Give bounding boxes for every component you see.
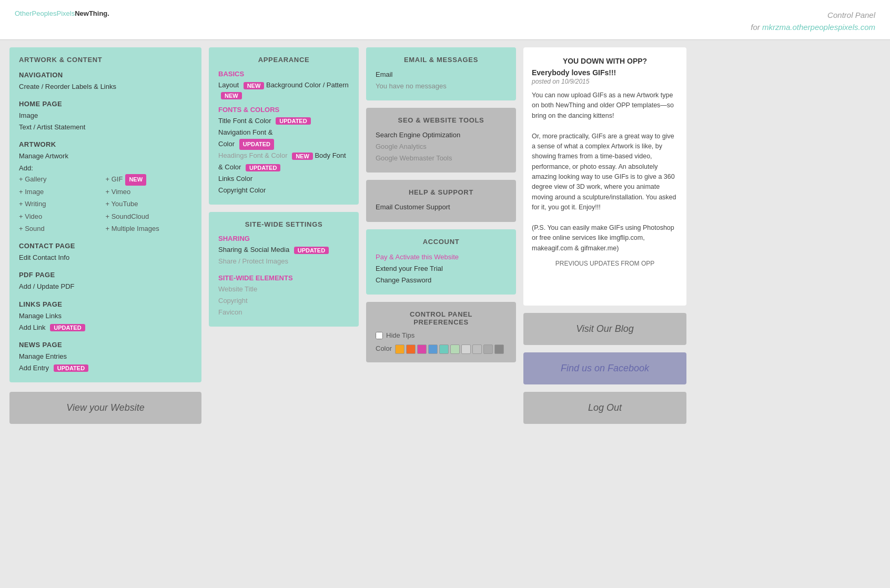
add-image[interactable]: + Image	[19, 186, 106, 198]
swatch-lightgreen[interactable]	[450, 344, 460, 354]
seo-tools-box: SEO & WEBSITE TOOLS Search Engine Optimi…	[366, 108, 516, 173]
visit-blog-button[interactable]: Visit Our Blog	[523, 313, 686, 345]
extend-trial-link[interactable]: Extend your Free Trial	[376, 263, 507, 275]
title-font-row: Title Font & Color UPDATED	[218, 117, 311, 125]
add-artwork-row: Add: + Gallery + Image + Writing + Video…	[19, 164, 192, 235]
webmaster-link[interactable]: Google Webmaster Tools	[376, 153, 507, 164]
layout-link[interactable]: Layout	[218, 81, 239, 89]
for-text: for	[751, 23, 762, 32]
add-col2: + GIFNEW + Vimeo + YouTube + SoundCloud …	[106, 173, 193, 235]
add-soundcloud[interactable]: + SoundCloud	[106, 210, 193, 222]
logo-opp: OtherPeoplesPixels	[15, 9, 75, 17]
email-link[interactable]: Email	[376, 69, 507, 80]
change-password-link[interactable]: Change Password	[376, 275, 507, 286]
swatch-pink[interactable]	[417, 344, 427, 354]
control-panel-info: Control Panel for mkrzma.otherpeoplespix…	[751, 9, 875, 33]
sitewide-settings-box: SITE-WIDE SETTINGS SHARING Sharing & Soc…	[209, 212, 359, 326]
add-sound[interactable]: + Sound	[19, 222, 106, 235]
title-font-link[interactable]: Title Font & Color	[218, 117, 271, 125]
manage-artwork-link[interactable]: Manage Artwork	[19, 150, 192, 162]
copyright-link[interactable]: Copyright	[218, 295, 349, 307]
add-video[interactable]: + Video	[19, 210, 106, 222]
add-col1: + Gallery + Image + Writing + Video + So…	[19, 173, 106, 235]
title-updated-badge: UPDATED	[276, 117, 310, 125]
account-title: ACCOUNT	[376, 238, 507, 246]
headings-new-badge: NEW	[292, 153, 313, 160]
links-color-link[interactable]: Links Color	[218, 173, 349, 185]
swatch-teal[interactable]	[439, 344, 449, 354]
help-title: HELP & SUPPORT	[376, 188, 507, 196]
post-title: Everybody loves GIFs!!!	[532, 68, 678, 77]
logo: OtherPeoplesPixelsNewThing.	[15, 9, 109, 17]
add-gif[interactable]: + GIFNEW	[106, 173, 193, 185]
post-para3: (P.S. You can easily make GIFs using Pho…	[532, 223, 678, 254]
color-label: Color	[376, 344, 392, 352]
manage-entries-link[interactable]: Manage Entries	[19, 351, 192, 362]
layout-row: Layout NEW	[218, 81, 266, 89]
nav-font-row: Navigation Font &Color UPDATED	[218, 127, 349, 150]
copyright-color-link[interactable]: Copyright Color	[218, 185, 349, 196]
pay-activate-link[interactable]: Pay & Activate this Website	[376, 251, 507, 263]
edit-contact-link[interactable]: Edit Contact Info	[19, 252, 192, 263]
help-support-box: HELP & SUPPORT Email Customer Support	[366, 180, 516, 221]
swatch-gray[interactable]	[483, 344, 493, 354]
artwork-content-title: ARTWORK & CONTENT	[19, 56, 192, 64]
appearance-box: APPEARANCE BASICS Layout NEW Background …	[209, 47, 359, 205]
post-para1: You can now upload GIFs as a new Artwork…	[532, 90, 678, 121]
help-email-link[interactable]: Email Customer Support	[376, 201, 507, 213]
share-protect-link[interactable]: Share / Protect Images	[218, 256, 349, 267]
news-updated-badge: UPDATED	[54, 364, 88, 372]
headings-font-link[interactable]: Headings Font & Color	[218, 151, 288, 159]
add-gallery[interactable]: + Gallery	[19, 173, 106, 185]
contact-page-header: CONTACT PAGE	[19, 242, 192, 250]
swatch-darkorange[interactable]	[406, 344, 416, 354]
home-page-header: HOME PAGE	[19, 100, 192, 108]
find-facebook-button[interactable]: Find us on Facebook	[523, 352, 686, 384]
nav-reorder-link[interactable]: Create / Reorder Labels & Links	[19, 81, 192, 93]
email-messages-box: EMAIL & MESSAGES Email You have no messa…	[366, 47, 516, 100]
post-para3-text: (P.S. You can easily make GIFs using Pho…	[532, 224, 674, 252]
add-writing[interactable]: + Writing	[19, 198, 106, 210]
pdf-link[interactable]: Add / Update PDF	[19, 281, 192, 292]
manage-links-link[interactable]: Manage Links	[19, 310, 192, 322]
view-website-button[interactable]: View your Website	[9, 392, 201, 424]
sharing-label: SHARING	[218, 235, 349, 242]
logo-new: NewThing.	[75, 9, 109, 17]
swatch-orange[interactable]	[395, 344, 404, 354]
home-text-link[interactable]: Text / Artist Statement	[19, 121, 192, 133]
navigation-header: NAVIGATION	[19, 71, 192, 79]
add-entry-link[interactable]: Add Entry	[19, 364, 49, 372]
add-entry-row: Add Entry UPDATED	[19, 364, 88, 372]
bg-color-link[interactable]: Background Color / Pattern	[266, 81, 349, 89]
account-box: ACCOUNT Pay & Activate this Website Exte…	[366, 229, 516, 295]
news-box: YOU DOWN WITH OPP? Everybody loves GIFs!…	[523, 47, 686, 306]
swatch-darkgray[interactable]	[494, 344, 504, 354]
add-vimeo[interactable]: + Vimeo	[106, 186, 193, 198]
analytics-link[interactable]: Google Analytics	[376, 141, 507, 153]
nav-updated-badge: UPDATED	[239, 139, 274, 150]
nav-font-link[interactable]: Navigation Font &Color UPDATED	[218, 127, 349, 150]
add-link-link[interactable]: Add Link	[19, 323, 46, 331]
swatch-lightgray[interactable]	[461, 344, 471, 354]
sharing-row: Sharing & Social Media UPDATED	[218, 246, 329, 254]
control-panel-label: Control Panel	[827, 11, 875, 19]
favicon-link[interactable]: Favicon	[218, 307, 349, 318]
previous-updates-link[interactable]: PREVIOUS UPDATES FROM OPP	[532, 260, 678, 267]
sitewide-elements-label: SITE-WIDE ELEMENTS	[218, 274, 349, 282]
hide-tips-row: Hide Tips	[376, 331, 507, 339]
main-grid: ARTWORK & CONTENT NAVIGATION Create / Re…	[0, 40, 890, 431]
site-url[interactable]: mkrzma.otherpeoplespixels.com	[762, 23, 875, 32]
swatch-blue[interactable]	[428, 344, 438, 354]
add-youtube[interactable]: + YouTube	[106, 198, 193, 210]
add-multiple-images[interactable]: + Multiple Images	[106, 222, 193, 235]
log-out-button[interactable]: Log Out	[523, 392, 686, 424]
swatch-silver[interactable]	[472, 344, 482, 354]
home-image-link[interactable]: Image	[19, 110, 192, 121]
control-panel-prefs-box: CONTROL PANELPREFERENCES Hide Tips Color	[366, 302, 516, 362]
hide-tips-label: Hide Tips	[386, 331, 414, 339]
headings-font-row: Headings Font & Color NEW	[218, 151, 315, 159]
seo-link[interactable]: Search Engine Optimization	[376, 129, 507, 141]
website-title-link[interactable]: Website Title	[218, 283, 349, 295]
sharing-link[interactable]: Sharing & Social Media	[218, 246, 289, 254]
hide-tips-checkbox[interactable]	[376, 332, 383, 339]
